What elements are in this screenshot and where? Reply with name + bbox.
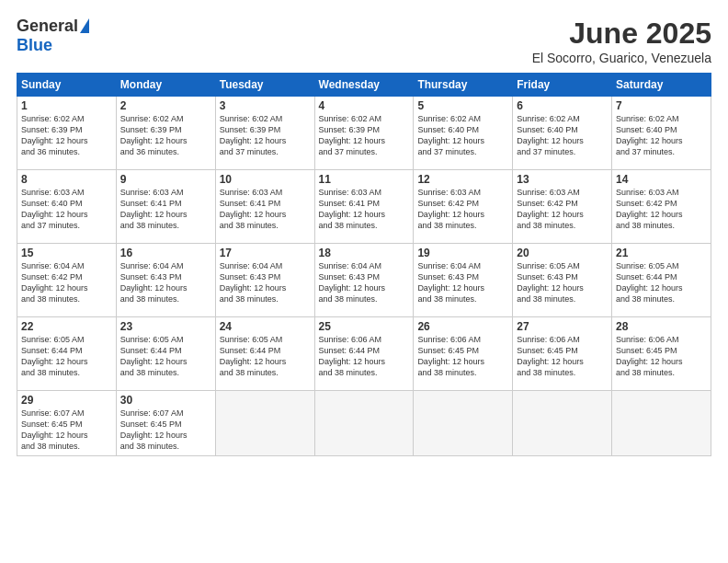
table-row: 15Sunrise: 6:04 AMSunset: 6:42 PMDayligh… [17, 244, 117, 317]
table-row: 27Sunrise: 6:06 AMSunset: 6:45 PMDayligh… [513, 317, 612, 391]
table-row: 16Sunrise: 6:04 AMSunset: 6:43 PMDayligh… [116, 244, 215, 317]
day-number: 29 [21, 394, 112, 407]
table-row: 17Sunrise: 6:04 AMSunset: 6:43 PMDayligh… [215, 244, 314, 317]
day-number: 9 [120, 173, 211, 186]
day-number: 10 [220, 173, 311, 186]
day-info: Sunrise: 6:02 AMSunset: 6:40 PMDaylight:… [616, 113, 707, 158]
day-info: Sunrise: 6:03 AMSunset: 6:42 PMDaylight:… [417, 187, 508, 232]
table-row: 12Sunrise: 6:03 AMSunset: 6:42 PMDayligh… [414, 170, 513, 244]
table-row: 13Sunrise: 6:03 AMSunset: 6:42 PMDayligh… [513, 170, 612, 244]
table-row: 6Sunrise: 6:02 AMSunset: 6:40 PMDaylight… [513, 97, 612, 170]
day-info: Sunrise: 6:05 AMSunset: 6:44 PMDaylight:… [220, 334, 311, 379]
table-row: 18Sunrise: 6:04 AMSunset: 6:43 PMDayligh… [314, 244, 414, 317]
day-number: 25 [319, 320, 410, 333]
day-info: Sunrise: 6:06 AMSunset: 6:45 PMDaylight:… [616, 334, 707, 379]
calendar-header-row: Sunday Monday Tuesday Wednesday Thursday… [17, 74, 711, 97]
table-row: 9Sunrise: 6:03 AMSunset: 6:41 PMDaylight… [116, 170, 215, 244]
day-number: 2 [120, 99, 211, 112]
day-number: 27 [517, 320, 608, 333]
day-number: 28 [616, 320, 707, 333]
col-wednesday: Wednesday [314, 74, 414, 97]
table-row: 3Sunrise: 6:02 AMSunset: 6:39 PMDaylight… [215, 97, 314, 170]
day-number: 5 [417, 99, 508, 112]
day-info: Sunrise: 6:02 AMSunset: 6:40 PMDaylight:… [417, 113, 508, 158]
table-row: 14Sunrise: 6:03 AMSunset: 6:42 PMDayligh… [612, 170, 711, 244]
table-row: 29Sunrise: 6:07 AMSunset: 6:45 PMDayligh… [17, 391, 117, 456]
table-row: 2Sunrise: 6:02 AMSunset: 6:39 PMDaylight… [116, 97, 215, 170]
day-number: 13 [517, 173, 608, 186]
page: General Blue June 2025 El Socorro, Guari… [0, 0, 728, 563]
logo-general-text: General [17, 17, 78, 36]
day-number: 14 [616, 173, 707, 186]
day-info: Sunrise: 6:05 AMSunset: 6:44 PMDaylight:… [120, 334, 211, 379]
day-info: Sunrise: 6:04 AMSunset: 6:43 PMDaylight:… [220, 260, 311, 305]
logo: General Blue [17, 17, 89, 55]
day-number: 19 [417, 247, 508, 259]
day-number: 11 [319, 173, 410, 186]
table-row [215, 391, 314, 456]
table-row [314, 391, 414, 456]
calendar-week-row: 29Sunrise: 6:07 AMSunset: 6:45 PMDayligh… [17, 391, 711, 456]
table-row: 1Sunrise: 6:02 AMSunset: 6:39 PMDaylight… [17, 97, 117, 170]
day-info: Sunrise: 6:03 AMSunset: 6:41 PMDaylight:… [319, 187, 410, 232]
day-number: 15 [21, 247, 112, 259]
day-number: 22 [21, 320, 112, 333]
title-area: June 2025 El Socorro, Guarico, Venezuela [532, 17, 711, 65]
day-info: Sunrise: 6:04 AMSunset: 6:42 PMDaylight:… [21, 260, 112, 305]
day-info: Sunrise: 6:02 AMSunset: 6:39 PMDaylight:… [319, 113, 410, 158]
day-number: 12 [417, 173, 508, 186]
day-info: Sunrise: 6:05 AMSunset: 6:44 PMDaylight:… [21, 334, 112, 379]
day-info: Sunrise: 6:05 AMSunset: 6:43 PMDaylight:… [517, 260, 608, 305]
table-row [612, 391, 711, 456]
day-number: 18 [319, 247, 410, 259]
col-saturday: Saturday [612, 74, 711, 97]
main-title: June 2025 [532, 17, 711, 51]
day-info: Sunrise: 6:03 AMSunset: 6:42 PMDaylight:… [517, 187, 608, 232]
day-info: Sunrise: 6:03 AMSunset: 6:41 PMDaylight:… [120, 187, 211, 232]
day-info: Sunrise: 6:05 AMSunset: 6:44 PMDaylight:… [616, 260, 707, 305]
table-row [513, 391, 612, 456]
day-number: 24 [220, 320, 311, 333]
day-info: Sunrise: 6:04 AMSunset: 6:43 PMDaylight:… [319, 260, 410, 305]
day-info: Sunrise: 6:07 AMSunset: 6:45 PMDaylight:… [21, 408, 112, 453]
table-row: 10Sunrise: 6:03 AMSunset: 6:41 PMDayligh… [215, 170, 314, 244]
col-sunday: Sunday [17, 74, 117, 97]
day-number: 21 [616, 247, 707, 259]
table-row: 8Sunrise: 6:03 AMSunset: 6:40 PMDaylight… [17, 170, 117, 244]
table-row: 20Sunrise: 6:05 AMSunset: 6:43 PMDayligh… [513, 244, 612, 317]
day-info: Sunrise: 6:06 AMSunset: 6:45 PMDaylight:… [517, 334, 608, 379]
table-row: 22Sunrise: 6:05 AMSunset: 6:44 PMDayligh… [17, 317, 117, 391]
day-number: 23 [120, 320, 211, 333]
subtitle: El Socorro, Guarico, Venezuela [532, 51, 711, 65]
table-row [414, 391, 513, 456]
table-row: 7Sunrise: 6:02 AMSunset: 6:40 PMDaylight… [612, 97, 711, 170]
day-info: Sunrise: 6:03 AMSunset: 6:42 PMDaylight:… [616, 187, 707, 232]
col-tuesday: Tuesday [215, 74, 314, 97]
table-row: 21Sunrise: 6:05 AMSunset: 6:44 PMDayligh… [612, 244, 711, 317]
day-number: 20 [517, 247, 608, 259]
day-info: Sunrise: 6:02 AMSunset: 6:39 PMDaylight:… [21, 113, 112, 158]
calendar-week-row: 1Sunrise: 6:02 AMSunset: 6:39 PMDaylight… [17, 97, 711, 170]
day-number: 7 [616, 99, 707, 112]
table-row: 25Sunrise: 6:06 AMSunset: 6:44 PMDayligh… [314, 317, 414, 391]
table-row: 19Sunrise: 6:04 AMSunset: 6:43 PMDayligh… [414, 244, 513, 317]
day-info: Sunrise: 6:06 AMSunset: 6:44 PMDaylight:… [319, 334, 410, 379]
logo-triangle-icon [80, 18, 89, 33]
day-number: 30 [120, 394, 211, 407]
calendar-week-row: 15Sunrise: 6:04 AMSunset: 6:42 PMDayligh… [17, 244, 711, 317]
day-number: 8 [21, 173, 112, 186]
day-info: Sunrise: 6:02 AMSunset: 6:39 PMDaylight:… [220, 113, 311, 158]
day-info: Sunrise: 6:07 AMSunset: 6:45 PMDaylight:… [120, 408, 211, 453]
day-info: Sunrise: 6:04 AMSunset: 6:43 PMDaylight:… [120, 260, 211, 305]
header: General Blue June 2025 El Socorro, Guari… [17, 17, 711, 65]
day-info: Sunrise: 6:02 AMSunset: 6:39 PMDaylight:… [120, 113, 211, 158]
table-row: 28Sunrise: 6:06 AMSunset: 6:45 PMDayligh… [612, 317, 711, 391]
table-row: 11Sunrise: 6:03 AMSunset: 6:41 PMDayligh… [314, 170, 414, 244]
day-info: Sunrise: 6:02 AMSunset: 6:40 PMDaylight:… [517, 113, 608, 158]
day-number: 26 [417, 320, 508, 333]
day-info: Sunrise: 6:03 AMSunset: 6:41 PMDaylight:… [220, 187, 311, 232]
day-info: Sunrise: 6:06 AMSunset: 6:45 PMDaylight:… [417, 334, 508, 379]
table-row: 24Sunrise: 6:05 AMSunset: 6:44 PMDayligh… [215, 317, 314, 391]
calendar-week-row: 22Sunrise: 6:05 AMSunset: 6:44 PMDayligh… [17, 317, 711, 391]
day-number: 1 [21, 99, 112, 112]
